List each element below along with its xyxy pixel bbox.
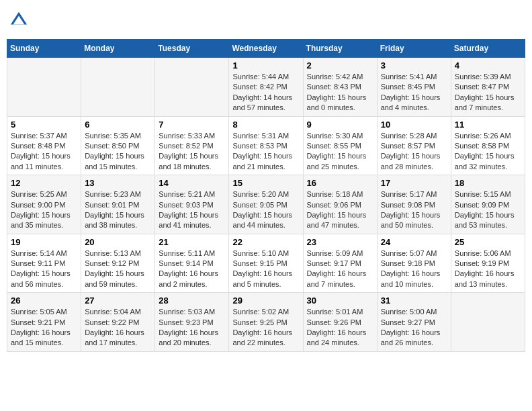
day-info: Sunrise: 5:10 AM Sunset: 9:15 PM Dayligh… — [232, 248, 299, 290]
calendar-cell — [81, 58, 155, 117]
calendar-cell: 24Sunrise: 5:07 AM Sunset: 9:18 PM Dayli… — [377, 234, 451, 293]
day-number: 29 — [232, 295, 299, 306]
day-info: Sunrise: 5:42 AM Sunset: 8:43 PM Dayligh… — [307, 72, 373, 113]
calendar-cell: 20Sunrise: 5:13 AM Sunset: 9:12 PM Dayli… — [81, 234, 155, 293]
day-info: Sunrise: 5:13 AM Sunset: 9:12 PM Dayligh… — [85, 248, 151, 290]
calendar-cell: 12Sunrise: 5:25 AM Sunset: 9:00 PM Dayli… — [7, 175, 81, 234]
day-info: Sunrise: 5:09 AM Sunset: 9:17 PM Dayligh… — [307, 248, 373, 290]
calendar-cell: 8Sunrise: 5:31 AM Sunset: 8:53 PM Daylig… — [229, 116, 303, 175]
day-number: 25 — [455, 237, 521, 247]
calendar-cell: 1Sunrise: 5:44 AM Sunset: 8:42 PM Daylig… — [229, 58, 303, 117]
day-info: Sunrise: 5:35 AM Sunset: 8:50 PM Dayligh… — [85, 131, 151, 173]
calendar-cell: 23Sunrise: 5:09 AM Sunset: 9:17 PM Dayli… — [303, 234, 377, 293]
calendar-cell: 7Sunrise: 5:33 AM Sunset: 8:52 PM Daylig… — [155, 116, 229, 175]
day-number: 3 — [381, 60, 447, 71]
calendar-header: SundayMondayTuesdayWednesdayThursdayFrid… — [7, 40, 525, 58]
calendar-cell: 13Sunrise: 5:23 AM Sunset: 9:01 PM Dayli… — [81, 175, 155, 234]
calendar-cell: 22Sunrise: 5:10 AM Sunset: 9:15 PM Dayli… — [229, 234, 303, 293]
day-info: Sunrise: 5:44 AM Sunset: 8:42 PM Dayligh… — [232, 72, 299, 113]
day-info: Sunrise: 5:04 AM Sunset: 9:22 PM Dayligh… — [85, 307, 151, 349]
calendar-cell: 4Sunrise: 5:39 AM Sunset: 8:47 PM Daylig… — [451, 58, 525, 117]
day-info: Sunrise: 5:21 AM Sunset: 9:03 PM Dayligh… — [159, 189, 225, 231]
day-number: 14 — [159, 178, 225, 188]
day-number: 17 — [381, 178, 447, 188]
calendar-body: 1Sunrise: 5:44 AM Sunset: 8:42 PM Daylig… — [7, 58, 525, 352]
calendar-cell: 16Sunrise: 5:18 AM Sunset: 9:06 PM Dayli… — [303, 175, 377, 234]
calendar-week-row: 1Sunrise: 5:44 AM Sunset: 8:42 PM Daylig… — [7, 58, 525, 117]
weekday-row: SundayMondayTuesdayWednesdayThursdayFrid… — [7, 40, 525, 58]
day-number: 9 — [307, 120, 373, 130]
calendar-cell: 26Sunrise: 5:05 AM Sunset: 9:21 PM Dayli… — [7, 293, 81, 352]
day-info: Sunrise: 5:31 AM Sunset: 8:53 PM Dayligh… — [232, 131, 299, 173]
day-number: 21 — [159, 237, 225, 247]
logo — [9, 11, 31, 30]
day-info: Sunrise: 5:26 AM Sunset: 8:58 PM Dayligh… — [455, 131, 521, 173]
calendar-cell: 28Sunrise: 5:03 AM Sunset: 9:23 PM Dayli… — [155, 293, 229, 352]
day-info: Sunrise: 5:37 AM Sunset: 8:48 PM Dayligh… — [11, 131, 77, 173]
calendar-cell: 6Sunrise: 5:35 AM Sunset: 8:50 PM Daylig… — [81, 116, 155, 175]
weekday-header-monday: Monday — [81, 40, 155, 58]
calendar-cell: 18Sunrise: 5:15 AM Sunset: 9:09 PM Dayli… — [451, 175, 525, 234]
day-info: Sunrise: 5:00 AM Sunset: 9:27 PM Dayligh… — [381, 307, 447, 349]
day-info: Sunrise: 5:23 AM Sunset: 9:01 PM Dayligh… — [85, 189, 151, 231]
weekday-header-thursday: Thursday — [303, 40, 377, 58]
day-number: 20 — [85, 237, 151, 247]
day-number: 5 — [11, 120, 77, 130]
calendar-cell: 27Sunrise: 5:04 AM Sunset: 9:22 PM Dayli… — [81, 293, 155, 352]
day-number: 26 — [11, 295, 77, 306]
day-info: Sunrise: 5:41 AM Sunset: 8:45 PM Dayligh… — [381, 72, 447, 113]
calendar-cell — [451, 293, 525, 352]
calendar-cell: 2Sunrise: 5:42 AM Sunset: 8:43 PM Daylig… — [303, 58, 377, 117]
day-info: Sunrise: 5:15 AM Sunset: 9:09 PM Dayligh… — [455, 189, 521, 231]
calendar-week-row: 26Sunrise: 5:05 AM Sunset: 9:21 PM Dayli… — [7, 293, 525, 352]
calendar-cell: 19Sunrise: 5:14 AM Sunset: 9:11 PM Dayli… — [7, 234, 81, 293]
day-number: 8 — [232, 120, 299, 130]
day-number: 18 — [455, 178, 521, 188]
calendar-week-row: 5Sunrise: 5:37 AM Sunset: 8:48 PM Daylig… — [7, 116, 525, 175]
calendar-cell: 30Sunrise: 5:01 AM Sunset: 9:26 PM Dayli… — [303, 293, 377, 352]
calendar-cell: 9Sunrise: 5:30 AM Sunset: 8:55 PM Daylig… — [303, 116, 377, 175]
page-header — [7, 7, 525, 34]
day-info: Sunrise: 5:05 AM Sunset: 9:21 PM Dayligh… — [11, 307, 77, 349]
weekday-header-saturday: Saturday — [451, 40, 525, 58]
calendar-week-row: 12Sunrise: 5:25 AM Sunset: 9:00 PM Dayli… — [7, 175, 525, 234]
day-info: Sunrise: 5:18 AM Sunset: 9:06 PM Dayligh… — [307, 189, 373, 231]
day-number: 13 — [85, 178, 151, 188]
day-info: Sunrise: 5:01 AM Sunset: 9:26 PM Dayligh… — [307, 307, 373, 349]
day-info: Sunrise: 5:11 AM Sunset: 9:14 PM Dayligh… — [159, 248, 225, 290]
day-info: Sunrise: 5:20 AM Sunset: 9:05 PM Dayligh… — [232, 189, 299, 231]
day-info: Sunrise: 5:03 AM Sunset: 9:23 PM Dayligh… — [159, 307, 225, 349]
day-info: Sunrise: 5:14 AM Sunset: 9:11 PM Dayligh… — [11, 248, 77, 290]
day-number: 16 — [307, 178, 373, 188]
day-number: 30 — [307, 295, 373, 306]
calendar-cell: 31Sunrise: 5:00 AM Sunset: 9:27 PM Dayli… — [377, 293, 451, 352]
calendar-cell: 11Sunrise: 5:26 AM Sunset: 8:58 PM Dayli… — [451, 116, 525, 175]
weekday-header-friday: Friday — [377, 40, 451, 58]
day-number: 19 — [11, 237, 77, 247]
day-number: 31 — [381, 295, 447, 306]
calendar-cell: 10Sunrise: 5:28 AM Sunset: 8:57 PM Dayli… — [377, 116, 451, 175]
weekday-header-sunday: Sunday — [7, 40, 81, 58]
day-number: 10 — [381, 120, 447, 130]
day-number: 4 — [455, 60, 521, 71]
day-number: 1 — [232, 60, 299, 71]
logo-icon — [9, 11, 28, 30]
calendar-cell: 14Sunrise: 5:21 AM Sunset: 9:03 PM Dayli… — [155, 175, 229, 234]
day-info: Sunrise: 5:33 AM Sunset: 8:52 PM Dayligh… — [159, 131, 225, 173]
day-number: 27 — [85, 295, 151, 306]
day-number: 23 — [307, 237, 373, 247]
weekday-header-wednesday: Wednesday — [229, 40, 303, 58]
day-number: 28 — [159, 295, 225, 306]
day-number: 2 — [307, 60, 373, 71]
day-info: Sunrise: 5:25 AM Sunset: 9:00 PM Dayligh… — [11, 189, 77, 231]
calendar-cell: 25Sunrise: 5:06 AM Sunset: 9:19 PM Dayli… — [451, 234, 525, 293]
day-info: Sunrise: 5:07 AM Sunset: 9:18 PM Dayligh… — [381, 248, 447, 290]
weekday-header-tuesday: Tuesday — [155, 40, 229, 58]
calendar-cell: 15Sunrise: 5:20 AM Sunset: 9:05 PM Dayli… — [229, 175, 303, 234]
day-number: 6 — [85, 120, 151, 130]
day-number: 7 — [159, 120, 225, 130]
day-info: Sunrise: 5:06 AM Sunset: 9:19 PM Dayligh… — [455, 248, 521, 290]
calendar-week-row: 19Sunrise: 5:14 AM Sunset: 9:11 PM Dayli… — [7, 234, 525, 293]
day-info: Sunrise: 5:39 AM Sunset: 8:47 PM Dayligh… — [455, 72, 521, 113]
calendar-cell — [155, 58, 229, 117]
